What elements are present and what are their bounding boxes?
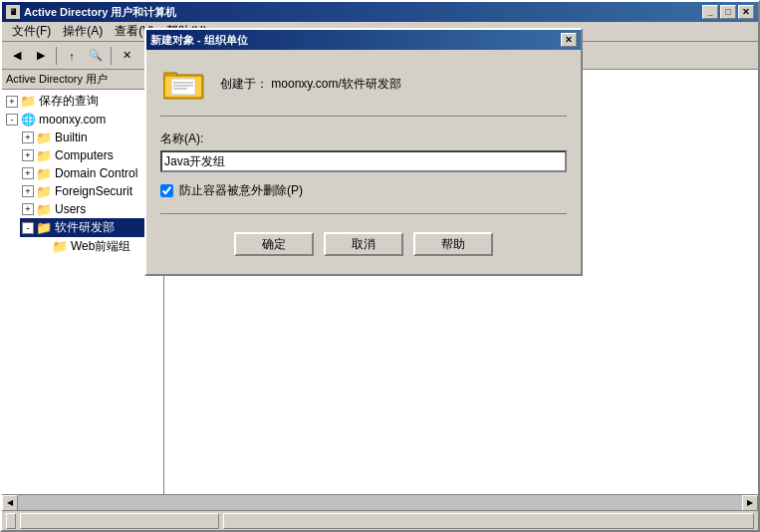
protect-checkbox[interactable] — [160, 184, 173, 197]
main-title-bar: 🖥 Active Directory 用户和计算机 _ □ ✕ — [2, 2, 758, 22]
delete-button[interactable]: ✕ — [116, 45, 137, 67]
dialog-header-info: 创建于： moonxy.com/软件研发部 — [220, 76, 401, 93]
horizontal-scrollbar[interactable]: ◀ ▶ — [2, 494, 758, 510]
dialog-header-row: 创建于： moonxy.com/软件研发部 — [160, 60, 567, 117]
up-button[interactable]: ↑ — [61, 45, 83, 67]
created-in-label: 创建于： — [220, 77, 268, 91]
status-segment-2 — [20, 513, 219, 529]
panel-header: Active Directory 用户 — [2, 70, 163, 90]
folder-icon-builtin: 📁 — [36, 130, 52, 145]
created-in-value: moonxy.com/软件研发部 — [271, 77, 400, 91]
folder-icon-software-dept: 📁 — [36, 220, 52, 236]
expand-saved-queries[interactable]: + — [6, 96, 18, 108]
name-form-group: 名称(A): — [160, 131, 567, 172]
back-button[interactable]: ◀ — [6, 45, 28, 67]
close-button[interactable]: ✕ — [738, 5, 754, 19]
tree-label-moonxy: moonxy.com — [39, 113, 106, 127]
expand-domain-controllers[interactable]: + — [22, 167, 34, 179]
menu-file[interactable]: 文件(F) — [6, 21, 57, 42]
expand-builtin[interactable]: + — [22, 132, 34, 143]
search-button[interactable]: 🔍 — [85, 45, 107, 67]
tree-item-moonxy[interactable]: - 🌐 moonxy.com — [4, 111, 161, 129]
tree-item-web-frontend[interactable]: 📁 Web前端组 — [36, 237, 161, 256]
main-window-title: Active Directory 用户和计算机 — [24, 5, 176, 20]
scroll-left-button[interactable]: ◀ — [2, 495, 18, 511]
tree-item-builtin[interactable]: + 📁 Builtin — [20, 129, 161, 146]
expand-foreign-security[interactable]: + — [22, 185, 34, 197]
dialog-divider — [160, 213, 567, 214]
svg-rect-3 — [171, 79, 195, 95]
toolbar-separator-2 — [111, 47, 112, 65]
folder-icon-web-frontend: 📁 — [52, 239, 68, 255]
expand-computers[interactable]: + — [22, 149, 34, 161]
dialog-close-button[interactable]: ✕ — [561, 33, 577, 47]
cancel-button[interactable]: 取消 — [324, 232, 403, 256]
tree-label-software-dept: 软件研发部 — [55, 219, 115, 236]
folder-icon-users: 📁 — [36, 201, 52, 217]
tree-label-domain-controllers: Domain Control — [55, 166, 137, 180]
scroll-right-button[interactable]: ▶ — [742, 495, 758, 511]
tree-item-computers[interactable]: + 📁 Computers — [20, 146, 161, 164]
minimize-button[interactable]: _ — [702, 5, 718, 19]
help-button[interactable]: 帮助 — [413, 232, 493, 256]
dialog-buttons: 确定 取消 帮助 — [160, 224, 567, 264]
folder-icon-saved-queries: 📁 — [20, 94, 36, 110]
title-bar-controls: _ □ ✕ — [702, 5, 754, 19]
name-label: 名称(A): — [160, 131, 567, 147]
folder-icon-foreign-security: 📁 — [36, 183, 52, 199]
forward-button[interactable]: ▶ — [30, 45, 52, 67]
name-input[interactable] — [160, 150, 567, 172]
scroll-track[interactable] — [18, 495, 742, 510]
tree-item-users[interactable]: + 📁 Users — [20, 200, 161, 218]
status-segment-1 — [6, 513, 16, 529]
tree-area[interactable]: + 📁 保存的查询 - 🌐 moonxy.com + 📁 Builtin + � — [2, 90, 163, 494]
ok-button[interactable]: 确定 — [234, 232, 314, 256]
status-segment-3 — [223, 513, 754, 529]
left-panel: Active Directory 用户 + 📁 保存的查询 - 🌐 moonxy… — [2, 70, 164, 494]
status-bar — [2, 510, 758, 530]
dialog-content: 创建于： moonxy.com/软件研发部 名称(A): 防止容器被意外删除(P… — [146, 50, 581, 274]
expand-moonxy[interactable]: - — [6, 114, 18, 126]
tree-item-software-dept[interactable]: - 📁 软件研发部 — [20, 218, 161, 237]
folder-icon-computers: 📁 — [36, 147, 52, 163]
expand-users[interactable]: + — [22, 203, 34, 215]
tree-label-saved-queries: 保存的查询 — [39, 93, 99, 110]
checkbox-row: 防止容器被意外删除(P) — [160, 182, 567, 199]
toolbar-separator-1 — [56, 47, 57, 65]
tree-label-builtin: Builtin — [55, 131, 88, 144]
maximize-button[interactable]: □ — [720, 5, 736, 19]
folder-icon-domain-controllers: 📁 — [36, 165, 52, 181]
tree-label-foreign-security: ForeignSecurit — [55, 184, 132, 198]
icon-moonxy: 🌐 — [20, 112, 36, 128]
tree-label-users: Users — [55, 202, 86, 216]
dialog-title: 新建对象 - 组织单位 — [150, 33, 248, 48]
dialog-title-bar: 新建对象 - 组织单位 ✕ — [146, 30, 581, 50]
protect-label: 防止容器被意外删除(P) — [179, 182, 303, 199]
expand-web-frontend — [38, 241, 50, 253]
main-window-icon: 🖥 — [6, 5, 20, 19]
tree-item-saved-queries[interactable]: + 📁 保存的查询 — [4, 92, 161, 111]
tree-item-domain-controllers[interactable]: + 📁 Domain Control — [20, 164, 161, 182]
menu-action[interactable]: 操作(A) — [57, 21, 109, 42]
tree-item-foreign-security[interactable]: + 📁 ForeignSecurit — [20, 182, 161, 200]
new-object-dialog: 新建对象 - 组织单位 ✕ — [144, 28, 583, 276]
tree-label-web-frontend: Web前端组 — [71, 238, 130, 255]
expand-software-dept[interactable]: - — [22, 222, 34, 234]
dialog-folder-icon — [160, 60, 208, 108]
tree-label-computers: Computers — [55, 148, 114, 162]
